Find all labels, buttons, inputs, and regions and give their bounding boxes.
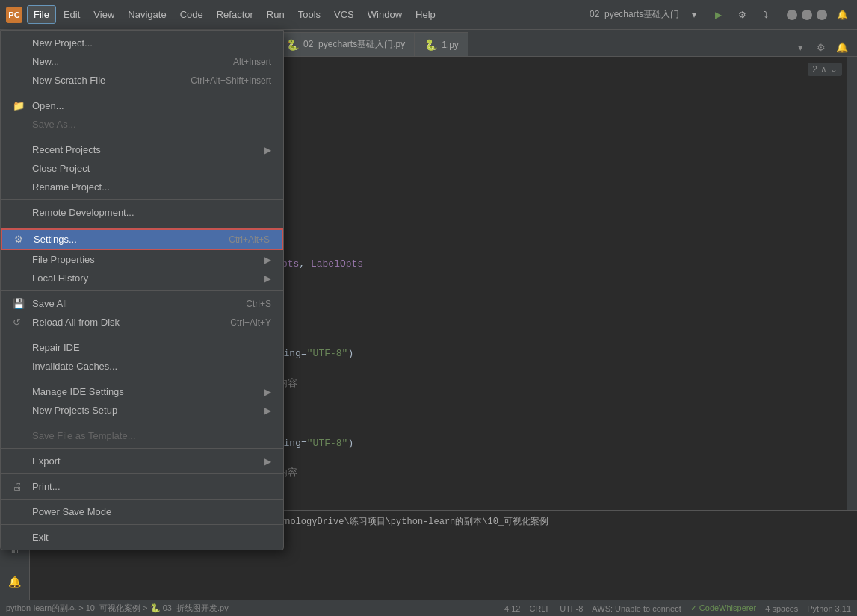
menu-rename-project[interactable]: Rename Project... <box>1 178 283 196</box>
fold-chevron-icon[interactable]: ⌄ <box>830 64 838 75</box>
menu-repair-ide[interactable]: Repair IDE <box>1 338 283 357</box>
local-history-arrow: ▶ <box>264 273 271 284</box>
recent-projects-arrow: ▶ <box>264 145 271 155</box>
divider-9 <box>1 448 283 449</box>
menu-file[interactable]: File <box>27 5 56 24</box>
menu-tools[interactable]: Tools <box>292 6 327 23</box>
file-menu: New Project... New... Alt+Insert New Scr… <box>0 30 284 550</box>
settings-icon: ⚙ <box>14 234 28 245</box>
menu-recent-projects[interactable]: Recent Projects ▶ <box>1 140 283 159</box>
menu-vcs[interactable]: VCS <box>328 6 360 23</box>
tab-overflow: ▾ ⚙ 🔔 <box>791 38 857 56</box>
dropdown-arrow-icon[interactable]: ▾ <box>685 6 703 24</box>
notifications-icon[interactable]: 🔔 <box>833 6 851 24</box>
breadcrumb: python-learn的副本 > 10_可视化案例 > 🐍 03_折线图开发.… <box>6 603 229 614</box>
divider-12 <box>1 524 283 525</box>
menu-code[interactable]: Code <box>174 6 209 23</box>
aws-status[interactable]: AWS: Unable to connect <box>592 604 681 613</box>
window-controls <box>787 10 827 20</box>
tab-1py-icon: 🐍 <box>424 39 437 51</box>
settings-gear-icon[interactable]: ⚙ <box>733 6 751 24</box>
file-menu-dropdown: New Project... New... Alt+Insert New Scr… <box>0 30 284 550</box>
menu-new-scratch[interactable]: New Scratch File Ctrl+Alt+Shift+Insert <box>1 71 283 90</box>
menu-view[interactable]: View <box>87 6 120 23</box>
divider-5 <box>1 290 283 291</box>
fold-count: 2 <box>812 64 817 75</box>
menu-navigate[interactable]: Navigate <box>122 6 172 23</box>
menu-remote-development[interactable]: Remote Development... <box>1 203 283 222</box>
menu-power-save[interactable]: Power Save Mode <box>1 503 283 521</box>
maximize-button[interactable] <box>802 10 812 20</box>
menu-open[interactable]: 📁 Open... <box>1 96 283 115</box>
divider-7 <box>1 379 283 379</box>
divider-11 <box>1 499 283 500</box>
divider-3 <box>1 199 283 200</box>
menu-exit[interactable]: Exit <box>1 528 283 547</box>
vcs-update-icon[interactable]: ⤵ <box>757 6 775 24</box>
menu-local-history[interactable]: Local History ▶ <box>1 269 283 287</box>
menu-refactor[interactable]: Refactor <box>211 6 259 23</box>
menu-bar: File Edit View Navigate Code Refactor Ru… <box>27 5 590 24</box>
print-icon: 🖨 <box>13 481 26 492</box>
tab-notification-button[interactable]: 🔔 <box>833 38 851 56</box>
fold-up-icon: ∧ <box>820 64 827 75</box>
divider-4 <box>1 225 283 225</box>
save-all-icon: 💾 <box>13 298 26 309</box>
divider-8 <box>1 423 283 423</box>
file-properties-arrow: ▶ <box>264 255 271 265</box>
project-title: 02_pyecharts基础入门 <box>590 8 679 21</box>
tab-gear-button[interactable]: ⚙ <box>812 38 830 56</box>
menu-manage-ide-settings[interactable]: Manage IDE Settings ▶ <box>1 382 283 401</box>
reload-icon: ↺ <box>13 317 26 328</box>
file-encoding[interactable]: UTF-8 <box>560 604 583 613</box>
tab-1py-label: 1.py <box>442 40 459 50</box>
title-right: 02_pyecharts基础入门 ▾ ▶ ⚙ ⤵ 🔔 <box>590 6 851 24</box>
line-ending[interactable]: CRLF <box>529 604 551 613</box>
menu-new[interactable]: New... Alt+Insert <box>1 52 283 71</box>
statusbar: python-learn的副本 > 10_可视化案例 > 🐍 03_折线图开发.… <box>0 600 857 616</box>
menu-run[interactable]: Run <box>261 6 291 23</box>
logo: PC <box>6 7 22 23</box>
cursor-position[interactable]: 4:12 <box>504 604 520 613</box>
run-button[interactable]: ▶ <box>709 6 727 24</box>
menu-save-all[interactable]: 💾 Save All Ctrl+S <box>1 294 283 313</box>
tab-02[interactable]: 🐍 02_pyecharts基础入门.py <box>276 32 415 56</box>
menu-invalidate-caches[interactable]: Invalidate Caches... <box>1 357 283 376</box>
divider-10 <box>1 473 283 474</box>
menu-save-as: Save As... <box>1 115 283 134</box>
minimize-button[interactable] <box>787 10 797 20</box>
menu-reload-all[interactable]: ↺ Reload All from Disk Ctrl+Alt+Y <box>1 313 283 332</box>
divider-1 <box>1 93 283 93</box>
tab-list-button[interactable]: ▾ <box>791 38 809 56</box>
menu-settings[interactable]: ⚙ Settings... Ctrl+Alt+S <box>1 228 283 250</box>
menu-file-properties[interactable]: File Properties ▶ <box>1 250 283 269</box>
divider-6 <box>1 335 283 335</box>
right-scrollbar[interactable] <box>847 57 857 510</box>
menu-close-project[interactable]: Close Project <box>1 159 283 178</box>
menu-print[interactable]: 🖨 Print... <box>1 477 283 496</box>
code-whisperer-status[interactable]: ✓ CodeWhisperer <box>690 603 756 613</box>
close-button[interactable] <box>817 10 827 20</box>
menu-export[interactable]: Export ▶ <box>1 452 283 470</box>
manage-ide-arrow: ▶ <box>264 387 271 397</box>
menu-new-projects-setup[interactable]: New Projects Setup ▶ <box>1 401 283 420</box>
tab-1py[interactable]: 🐍 1.py <box>415 32 468 56</box>
open-folder-icon: 📁 <box>13 100 26 111</box>
sidebar-icon-notifications-side[interactable]: 🔔 <box>3 570 27 594</box>
menu-save-file-template: Save File as Template... <box>1 426 283 445</box>
tab-02-label: 02_pyecharts基础入门.py <box>303 38 405 51</box>
menu-window[interactable]: Window <box>362 6 408 23</box>
indent-setting[interactable]: 4 spaces <box>765 604 798 613</box>
tab-02-icon: 🐍 <box>286 39 299 51</box>
menu-help[interactable]: Help <box>409 6 442 23</box>
menu-new-project[interactable]: New Project... <box>1 34 283 52</box>
new-projects-setup-arrow: ▶ <box>264 405 271 416</box>
divider-2 <box>1 137 283 137</box>
menu-edit[interactable]: Edit <box>58 6 86 23</box>
titlebar: PC File Edit View Navigate Code Refactor… <box>0 0 857 30</box>
export-arrow: ▶ <box>264 456 271 467</box>
fold-indicator[interactable]: 2 ∧ ⌄ <box>808 63 842 76</box>
language-version[interactable]: Python 3.11 <box>807 604 851 613</box>
